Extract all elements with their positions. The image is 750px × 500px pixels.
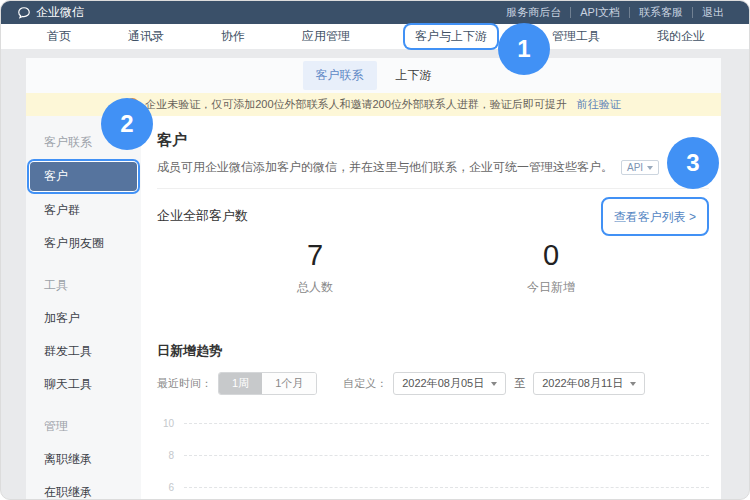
- nav-item-collaboration[interactable]: 协作: [219, 25, 247, 48]
- stat-total: 7 总人数: [197, 239, 433, 296]
- logo-text: 企业微信: [36, 4, 84, 21]
- toggle-1-week[interactable]: 1周: [219, 373, 262, 394]
- chart-grid-row: 8: [157, 439, 709, 471]
- page-description-row: 成员可用企业微信添加客户的微信，并在这里与他们联系，企业可统一管理这些客户。 A…: [157, 159, 709, 176]
- date-to-value: 2022年08月11日: [542, 376, 623, 391]
- caret-down-icon: [647, 166, 653, 170]
- sidebar-item-broadcast-tools[interactable]: 群发工具: [26, 335, 141, 368]
- y-axis-tick: 6: [157, 482, 174, 493]
- sidebar-item-customer-moments[interactable]: 客户朋友圈: [26, 227, 141, 260]
- content-body: 客户联系 客户 客户群 客户朋友圈 工具 加客户 群发工具 聊天工具 管理 离职…: [26, 116, 721, 499]
- nav-item-contacts[interactable]: 通讯录: [126, 25, 166, 48]
- page-title: 客户: [157, 131, 709, 150]
- wework-admin-window: 企业微信 服务商后台 API文档 联系客服 退出 首页 通讯录 协作 应用管理 …: [0, 0, 750, 500]
- callout-step-1: 1: [498, 23, 550, 75]
- page-description: 成员可用企业微信添加客户的微信，并在这里与他们联系，企业可统一管理这些客户。: [157, 159, 613, 176]
- view-customer-list-highlight: 查看客户列表 >: [601, 197, 709, 236]
- topbar: 企业微信 服务商后台 API文档 联系客服 退出: [1, 1, 749, 24]
- sidebar-item-active-handover[interactable]: 在职继承: [26, 476, 141, 500]
- sidebar: 客户联系 客户 客户群 客户朋友圈 工具 加客户 群发工具 聊天工具 管理 离职…: [26, 116, 141, 499]
- stat-today-new-label: 今日新增: [433, 279, 669, 296]
- sidebar-item-chat-tools[interactable]: 聊天工具: [26, 368, 141, 401]
- tab-row: 客户联系 上下游: [26, 58, 721, 93]
- section-divider: [157, 188, 709, 189]
- main-panel: 客户 成员可用企业微信添加客户的微信，并在这里与他们联系，企业可统一管理这些客户…: [141, 116, 721, 499]
- recent-time-label: 最近时间：: [157, 376, 212, 391]
- nav-item-customers-supply-chain[interactable]: 客户与上下游: [405, 25, 497, 48]
- callout-step-3: 3: [667, 137, 719, 189]
- stats-row: 7 总人数 0 今日新增: [157, 239, 709, 296]
- view-customer-list-link[interactable]: 查看客户列表 >: [614, 210, 696, 224]
- callout-step-2: 2: [101, 98, 153, 150]
- link-logout[interactable]: 退出: [692, 7, 733, 18]
- trend-chart: 10 8 6 4: [157, 407, 709, 500]
- date-from-select[interactable]: 2022年08月05日: [393, 372, 506, 395]
- link-contact-support[interactable]: 联系客服: [629, 7, 692, 18]
- api-dropdown-button[interactable]: API: [621, 160, 659, 175]
- sidebar-item-add-customers[interactable]: 加客户: [26, 302, 141, 335]
- tab-supply-chain[interactable]: 上下游: [383, 61, 445, 90]
- chart-gridline: [184, 423, 709, 424]
- nav-item-management-tools[interactable]: 管理工具: [550, 25, 602, 48]
- tab-customer-contact[interactable]: 客户联系: [303, 61, 377, 90]
- nav-item-my-company[interactable]: 我的企业: [655, 25, 707, 48]
- trend-controls: 最近时间： 1周 1个月 自定义： 2022年08月05日 至 2022年08月…: [157, 372, 709, 395]
- time-range-toggle: 1周 1个月: [218, 372, 317, 395]
- date-from-value: 2022年08月05日: [402, 376, 484, 391]
- stats-header: 企业全部客户数 查看客户列表 >: [157, 193, 709, 239]
- link-provider-console[interactable]: 服务商后台: [497, 7, 570, 18]
- sidebar-item-resigned-handover[interactable]: 离职继承: [26, 443, 141, 476]
- sidebar-section-management: 管理: [26, 410, 141, 443]
- link-api-docs[interactable]: API文档: [570, 7, 629, 18]
- main-nav: 首页 通讯录 协作 应用管理 客户与上下游 管理工具 我的企业: [1, 24, 749, 49]
- caret-down-icon: [491, 382, 497, 386]
- date-to-select[interactable]: 2022年08月11日: [533, 372, 645, 395]
- chart-grid-row: 10: [157, 407, 709, 439]
- stats-title: 企业全部客户数: [157, 207, 248, 225]
- logo-link[interactable]: 企业微信: [17, 4, 84, 21]
- stat-total-label: 总人数: [197, 279, 433, 296]
- chart-gridline: [184, 455, 709, 456]
- caret-down-icon: [630, 382, 636, 386]
- trend-title: 日新增趋势: [157, 342, 709, 360]
- toggle-1-month[interactable]: 1个月: [262, 373, 316, 394]
- topbar-links: 服务商后台 API文档 联系客服 退出: [497, 7, 733, 18]
- chart-gridline: [184, 487, 709, 488]
- go-verify-link[interactable]: 前往验证: [577, 97, 621, 112]
- sidebar-item-customer-groups[interactable]: 客户群: [26, 194, 141, 227]
- sidebar-item-customers[interactable]: 客户: [30, 162, 137, 191]
- sidebar-section-tools: 工具: [26, 269, 141, 302]
- banner-text: 企业未验证，仅可添加200位外部联系人和邀请200位外部联系人进群，验证后即可提…: [145, 97, 567, 112]
- stat-total-value: 7: [197, 239, 433, 272]
- y-axis-tick: 10: [157, 418, 174, 429]
- stat-today-new: 0 今日新增: [433, 239, 669, 296]
- custom-range-label: 自定义：: [343, 376, 387, 391]
- chart-grid-row: 6: [157, 471, 709, 500]
- wework-logo-icon: [17, 6, 31, 20]
- date-to-label: 至: [514, 376, 525, 391]
- stat-today-new-value: 0: [433, 239, 669, 272]
- nav-item-home[interactable]: 首页: [45, 25, 73, 48]
- nav-item-app-management[interactable]: 应用管理: [300, 25, 352, 48]
- api-label: API: [627, 162, 643, 173]
- y-axis-tick: 8: [157, 450, 174, 461]
